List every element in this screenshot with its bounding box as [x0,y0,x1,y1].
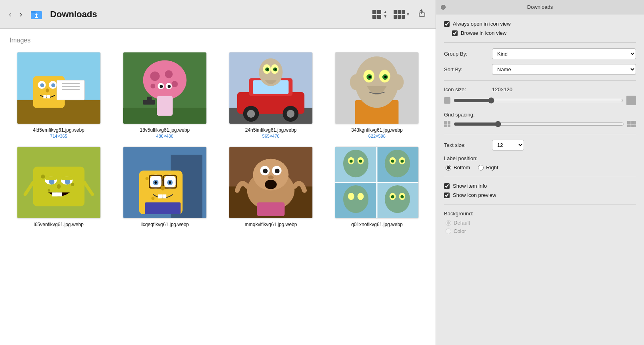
icon-size-slider[interactable] [454,97,623,104]
background-options: Default Color [446,220,636,234]
traffic-light-icon [441,5,446,10]
svg-rect-2 [35,17,38,18]
svg-point-22 [150,71,160,81]
dimensions-label: 714×365 [50,134,67,138]
text-size-select[interactable]: 10 11 12 13 14 15 [492,140,524,150]
svg-point-102 [263,168,268,173]
svg-point-119 [385,150,410,177]
preview-options-section: Show item info Show icon preview [444,183,636,198]
browse-icon-view-row: Browse in icon view [452,30,636,36]
svg-point-91 [169,181,171,184]
grid-spacing-slider-row [444,121,636,127]
list-item[interactable]: i65venfikvg61.jpg.webp [10,146,108,228]
svg-point-122 [391,160,394,163]
svg-point-59 [369,76,371,78]
background-section: Background: Default Color [444,211,636,234]
thumbnail-image [335,147,418,218]
divider-3 [444,134,636,134]
show-icon-preview-label[interactable]: Show icon preview [453,192,496,198]
finder-window: ‹ › Downloads ▲▼ [0,0,436,345]
section-header: Images [10,37,426,44]
dimensions-label: 480×480 [156,134,173,138]
group-by-label: Group By: [444,51,492,57]
list-item[interactable]: 343kgnfikvg61.jpg.webp 622×598 [328,52,426,138]
sort-by-select[interactable]: Name None Kind Date Added Date Modified … [492,64,636,75]
share-button[interactable] [415,8,429,21]
svg-point-118 [359,160,362,163]
background-default-label[interactable]: Default [454,220,470,226]
show-item-info-label[interactable]: Show item info [453,183,487,189]
icon-small-icon [444,97,450,104]
svg-point-69 [64,179,70,185]
image-thumbnail [17,52,101,124]
image-thumbnail [17,146,101,219]
background-default-row: Default [446,220,636,226]
window-title: Downloads [50,9,97,20]
show-item-info-checkbox[interactable] [444,183,450,189]
panel-title: Downloads [527,4,553,10]
image-thumbnail [229,52,313,124]
svg-point-54 [392,74,404,90]
thumbnail-image [17,147,100,218]
svg-point-29 [160,85,163,88]
svg-point-12 [46,88,49,92]
svg-point-68 [49,179,54,185]
background-default-radio[interactable] [446,220,451,226]
label-position-radio-group: Bottom Right [446,164,636,170]
always-open-label[interactable]: Always open in icon view [453,21,511,27]
svg-point-130 [391,195,394,199]
background-color-label[interactable]: Color [454,228,466,234]
label-right-radio[interactable] [478,165,484,170]
list-item[interactable]: q01xnofikvg61.jpg.webp [328,146,426,228]
grid-spacing-slider[interactable] [454,121,624,127]
svg-point-53 [350,74,362,90]
svg-point-64 [71,183,74,186]
options-panel: Downloads Always open in icon view Brows… [436,0,644,345]
svg-point-11 [51,83,55,87]
view-grid-large-button[interactable]: ▼ [392,8,412,20]
list-item[interactable]: licqeqfikvg61.jpg.webp [116,146,214,228]
svg-point-72 [57,184,61,189]
divider-5 [444,205,636,205]
label-bottom-radio[interactable] [446,165,451,170]
svg-point-82 [151,197,154,200]
list-item[interactable]: 24h5imfikvg61.jpg.webp 565×470 [222,52,320,138]
svg-rect-1 [31,11,36,13]
background-color-row: Color [446,228,636,234]
always-open-checkbox[interactable] [444,21,450,27]
group-by-row: Group By: Kind None Name Date Added Date… [444,48,636,59]
svg-point-90 [154,181,157,184]
share-icon [418,9,426,17]
image-thumbnail [123,52,207,124]
label-bottom-label[interactable]: Bottom [454,164,470,170]
view-grid-small-button[interactable]: ▲▼ [371,8,389,20]
show-item-info-row: Show item info [444,183,636,189]
filename-label: 343kgnfikvg61.jpg.webp [351,127,403,133]
dimensions-label: 565×470 [262,134,280,138]
icon-size-value: 120×120 [492,86,512,92]
svg-point-47 [267,69,268,70]
browse-icon-view-checkbox[interactable] [452,30,458,36]
forward-button[interactable]: › [17,8,25,20]
browse-icon-label[interactable]: Browse in icon view [461,30,506,36]
svg-point-124 [343,185,368,213]
svg-point-117 [350,160,353,163]
list-item[interactable]: 18v5ulfikvg61.jpg.webp 480×480 [116,52,214,138]
thumbnail-image [17,52,100,124]
back-button[interactable]: ‹ [6,8,14,20]
label-right-label[interactable]: Right [486,164,498,170]
divider-1 [444,42,636,43]
content-area[interactable]: Images [0,29,436,345]
svg-point-105 [265,180,277,189]
background-color-radio[interactable] [446,229,451,234]
list-item[interactable]: 4ld5emfikvg61.jpg.webp 714×365 [10,52,108,138]
svg-rect-26 [157,96,173,116]
svg-point-10 [40,83,44,87]
sort-by-row: Sort By: Name None Kind Date Added Date … [444,64,636,75]
panel-content: Always open in icon view Browse in icon … [436,14,644,345]
show-icon-preview-checkbox[interactable] [444,193,450,198]
sort-by-label: Sort By: [444,66,492,72]
grid-loose-icon [627,121,636,127]
list-item[interactable]: mmqkvlfikvg61.jpg.webp [222,146,320,228]
group-by-select[interactable]: Kind None Name Date Added Date Modified … [492,48,636,59]
